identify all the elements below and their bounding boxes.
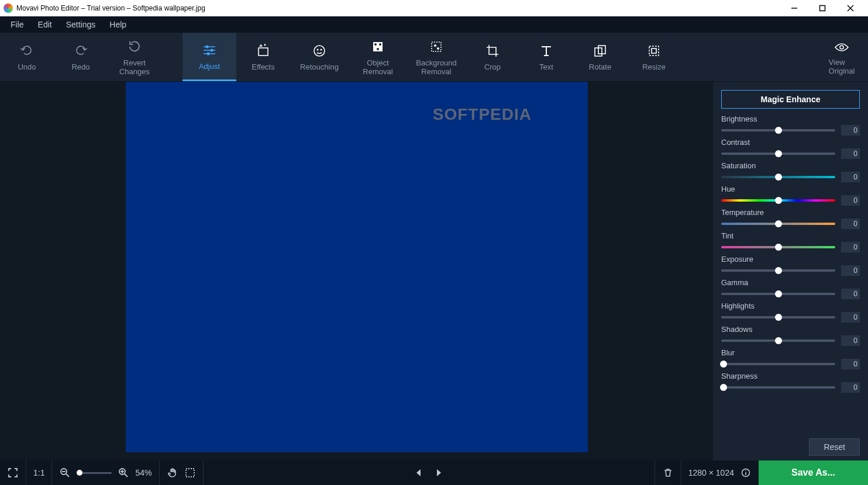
retouching-tool[interactable]: Retouching <box>290 33 349 81</box>
svg-rect-33 <box>186 469 194 477</box>
effects-tool[interactable]: Effects <box>236 33 290 81</box>
blur-label: Blur <box>721 348 860 357</box>
tint-label: Tint <box>721 231 860 240</box>
temperature-value[interactable]: 0 <box>841 219 860 229</box>
svg-point-16 <box>379 43 381 46</box>
effects-icon <box>255 43 271 59</box>
zoom-in-icon[interactable] <box>118 467 129 479</box>
maximize-button[interactable] <box>814 2 831 14</box>
window-title: Movavi Photo Editor – Trial version – So… <box>16 4 786 12</box>
sharpness-slider[interactable] <box>721 386 835 389</box>
info-icon[interactable] <box>740 467 752 479</box>
pan-icon[interactable] <box>167 467 178 479</box>
rotate-tool[interactable]: Rotate <box>573 33 627 81</box>
brightness-value[interactable]: 0 <box>841 125 860 136</box>
zoom-slider[interactable] <box>77 472 112 474</box>
svg-rect-23 <box>649 46 659 56</box>
revert-button[interactable]: Revert Changes <box>108 33 161 81</box>
svg-point-11 <box>314 46 325 56</box>
image-canvas[interactable] <box>126 82 588 452</box>
adjust-panel: Magic Enhance Brightness0Contrast0Satura… <box>713 82 868 460</box>
crop-tool[interactable]: Crop <box>466 33 519 81</box>
temperature-slider[interactable] <box>721 223 835 225</box>
temperature-slider-group: Temperature0 <box>721 208 860 229</box>
tint-slider[interactable] <box>721 246 835 248</box>
menu-help[interactable]: Help <box>102 18 133 32</box>
tint-value[interactable]: 0 <box>841 242 860 252</box>
text-tool[interactable]: Text <box>519 33 573 81</box>
tint-slider-group: Tint0 <box>721 231 860 252</box>
svg-line-27 <box>66 474 69 477</box>
redo-button[interactable]: Redo <box>54 33 108 81</box>
saturation-value[interactable]: 0 <box>841 172 860 182</box>
hue-slider[interactable] <box>721 199 835 202</box>
highlights-value[interactable]: 0 <box>841 312 860 323</box>
hue-value[interactable]: 0 <box>841 195 860 206</box>
menu-bar: File Edit Settings Help <box>0 16 868 33</box>
object-removal-tool[interactable]: Object Removal <box>349 33 407 81</box>
menu-file[interactable]: File <box>4 18 31 32</box>
blur-value[interactable]: 0 <box>841 359 860 369</box>
reset-button[interactable]: Reset <box>809 438 860 456</box>
sharpness-label: Sharpness <box>721 372 860 380</box>
background-removal-icon <box>428 39 445 55</box>
shadows-slider-group: Shadows0 <box>721 325 860 346</box>
saturation-slider[interactable] <box>721 176 835 178</box>
fit-icon[interactable] <box>184 467 196 479</box>
blur-slider[interactable] <box>721 363 835 365</box>
undo-button[interactable]: Undo <box>0 33 54 81</box>
view-original-button[interactable]: View Original <box>815 33 868 81</box>
minimize-button[interactable] <box>786 2 802 14</box>
resize-tool[interactable]: Resize <box>627 33 681 81</box>
svg-point-25 <box>840 46 843 49</box>
prev-image-icon[interactable] <box>413 467 425 479</box>
zoom-out-icon[interactable] <box>59 467 71 479</box>
dimensions-label: 1280 × 1024 <box>688 468 734 477</box>
redo-icon <box>73 43 89 59</box>
sharpness-value[interactable]: 0 <box>841 382 860 393</box>
canvas-area: SOFTPEDIA <box>0 82 713 460</box>
window-titlebar: Movavi Photo Editor – Trial version – So… <box>0 0 868 16</box>
fullscreen-icon[interactable] <box>7 467 19 479</box>
svg-rect-18 <box>432 42 441 51</box>
saturation-slider-group: Saturation0 <box>721 161 860 182</box>
trash-icon[interactable] <box>662 467 674 479</box>
hue-slider-group: Hue0 <box>721 185 860 206</box>
next-image-icon[interactable] <box>433 467 445 479</box>
adjust-tool[interactable]: Adjust <box>182 33 236 81</box>
exposure-slider[interactable] <box>721 269 835 272</box>
gamma-slider[interactable] <box>721 293 835 295</box>
highlights-slider[interactable] <box>721 316 835 318</box>
scale-label[interactable]: 1:1 <box>33 468 44 477</box>
text-icon <box>538 43 554 59</box>
gamma-label: Gamma <box>721 278 860 287</box>
contrast-value[interactable]: 0 <box>841 148 860 159</box>
svg-point-17 <box>377 48 379 50</box>
brightness-slider[interactable] <box>721 129 835 131</box>
object-removal-icon <box>370 39 386 55</box>
svg-point-20 <box>437 47 439 50</box>
save-as-button[interactable]: Save As... <box>759 460 868 485</box>
highlights-label: Highlights <box>721 302 860 310</box>
svg-point-5 <box>206 45 209 48</box>
contrast-label: Contrast <box>721 138 860 147</box>
shadows-value[interactable]: 0 <box>841 335 860 346</box>
rotate-icon <box>592 43 608 59</box>
menu-settings[interactable]: Settings <box>59 18 103 32</box>
contrast-slider[interactable] <box>721 153 835 155</box>
highlights-slider-group: Highlights0 <box>721 302 860 323</box>
adjust-icon <box>201 42 218 58</box>
gamma-value[interactable]: 0 <box>841 289 860 299</box>
gamma-slider-group: Gamma0 <box>721 278 860 299</box>
svg-point-19 <box>434 44 436 47</box>
svg-line-30 <box>125 474 128 477</box>
menu-edit[interactable]: Edit <box>31 18 59 32</box>
background-removal-tool[interactable]: Background Removal <box>407 33 466 81</box>
shadows-slider[interactable] <box>721 340 835 342</box>
brightness-label: Brightness <box>721 115 860 123</box>
close-button[interactable] <box>842 2 859 14</box>
exposure-slider-group: Exposure0 <box>721 255 860 276</box>
zoom-percent: 54% <box>135 468 151 477</box>
magic-enhance-button[interactable]: Magic Enhance <box>721 90 860 109</box>
exposure-value[interactable]: 0 <box>841 265 860 276</box>
